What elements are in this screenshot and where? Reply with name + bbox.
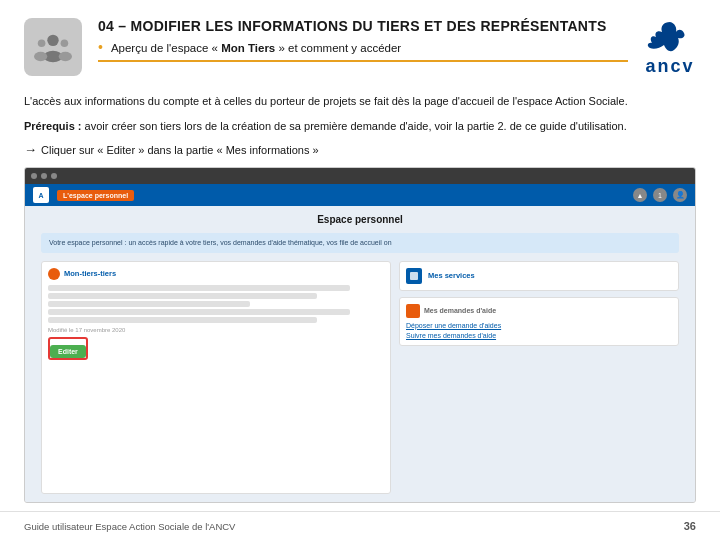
ancv-text: ancv	[645, 56, 694, 77]
left-panel-label: Mon-tiers-tiers	[64, 269, 116, 278]
app-dot-3	[51, 173, 57, 179]
nav-user-icon[interactable]: 👤	[673, 188, 687, 202]
page: 04 – MODIFIER LES INFORMATIONS DU TIERS …	[0, 0, 720, 540]
section-icon	[24, 18, 82, 76]
prereq-paragraph: Prérequis : avoir créer son tiers lors d…	[24, 118, 696, 135]
right-panel: Mes services Mes demandes d'aide Déposer…	[399, 261, 679, 494]
left-panel-header-row: Mon-tiers-tiers	[48, 268, 384, 280]
modified-date: Modifié le 17 novembre 2020	[48, 327, 384, 333]
section-subtitle: • Aperçu de l'espace « Mon Tiers » et co…	[98, 40, 628, 62]
demand-link-2[interactable]: Suivre mes demandes d'aide	[406, 332, 672, 339]
panel-icon	[48, 268, 60, 280]
ancv-bird-icon	[644, 20, 696, 56]
svg-point-5	[59, 52, 72, 62]
prereq-label: Prérequis :	[24, 120, 81, 132]
nav-icon-1[interactable]: ▲	[633, 188, 647, 202]
svg-point-0	[47, 35, 58, 46]
svg-rect-6	[410, 272, 418, 280]
info-paragraph: L'accès aux informations du compte et à …	[24, 93, 696, 110]
subtitle-highlight: Mon Tiers	[221, 42, 275, 54]
ancv-logo: ancv	[644, 20, 696, 77]
demand-card: Mes demandes d'aide Déposer une demande …	[399, 297, 679, 346]
data-line-5	[48, 317, 317, 323]
demand-label: Mes demandes d'aide	[424, 307, 496, 314]
app-dot-2	[41, 173, 47, 179]
svg-point-3	[34, 52, 47, 62]
svg-point-4	[61, 39, 69, 47]
service-icon	[406, 268, 422, 284]
app-main-area: Espace personnel Votre espace personnel …	[25, 206, 695, 502]
demand-link-1[interactable]: Déposer une demande d'aides	[406, 322, 672, 329]
app-nav-bar: A L'espace personnel ▲ 1 👤	[25, 184, 695, 206]
screenshot-container: A L'espace personnel ▲ 1 👤 Espace person…	[24, 167, 696, 503]
espace-personnel-title: Espace personnel	[317, 214, 403, 225]
footer-guide-text: Guide utilisateur Espace Action Sociale …	[24, 521, 235, 532]
edit-button-wrapper: Editer	[48, 337, 88, 360]
action-text: Cliquer sur « Editer » dans la partie « …	[41, 144, 319, 156]
demand-links: Déposer une demande d'aides Suivre mes d…	[406, 322, 672, 339]
data-fields	[48, 285, 384, 323]
prereq-text: avoir créer son tiers lors de la créatio…	[81, 120, 626, 132]
two-column-layout: Mon-tiers-tiers Modifié le 17 novembre 2…	[41, 261, 679, 494]
demand-icon	[406, 304, 420, 318]
nav-icons-group: ▲ 1 👤	[633, 188, 687, 202]
service-label: Mes services	[428, 271, 475, 280]
info-banner: Votre espace personnel : un accès rapide…	[41, 233, 679, 253]
left-info-panel: Mon-tiers-tiers Modifié le 17 novembre 2…	[41, 261, 391, 494]
header: 04 – MODIFIER LES INFORMATIONS DU TIERS …	[0, 0, 720, 87]
action-instruction: → Cliquer sur « Editer » dans la partie …	[24, 142, 696, 157]
footer: Guide utilisateur Espace Action Sociale …	[0, 511, 720, 540]
action-arrow: →	[24, 142, 37, 157]
nav-icon-2[interactable]: 1	[653, 188, 667, 202]
service-card: Mes services	[399, 261, 679, 291]
data-line-1	[48, 285, 350, 291]
svg-point-2	[38, 39, 46, 47]
data-line-3	[48, 301, 250, 307]
data-line-2	[48, 293, 317, 299]
info-paragraph-text: L'accès aux informations du compte et à …	[24, 95, 628, 107]
footer-page-number: 36	[684, 520, 696, 532]
section-title: 04 – MODIFIER LES INFORMATIONS DU TIERS …	[98, 18, 628, 34]
body-content: L'accès aux informations du compte et à …	[0, 87, 720, 511]
header-content: 04 – MODIFIER LES INFORMATIONS DU TIERS …	[98, 18, 628, 62]
bullet-point: •	[98, 39, 103, 55]
subtitle-text: Aperçu de l'espace « Mon Tiers » et comm…	[111, 40, 401, 56]
demand-header: Mes demandes d'aide	[406, 304, 672, 318]
data-line-4	[48, 309, 350, 315]
app-dot-1	[31, 173, 37, 179]
nav-link-label[interactable]: L'espace personnel	[57, 190, 134, 201]
edit-button[interactable]: Editer	[50, 345, 86, 358]
app-bar	[25, 168, 695, 184]
people-group-icon	[34, 28, 72, 66]
service-svg-icon	[409, 271, 419, 281]
nav-logo: A	[33, 187, 49, 203]
